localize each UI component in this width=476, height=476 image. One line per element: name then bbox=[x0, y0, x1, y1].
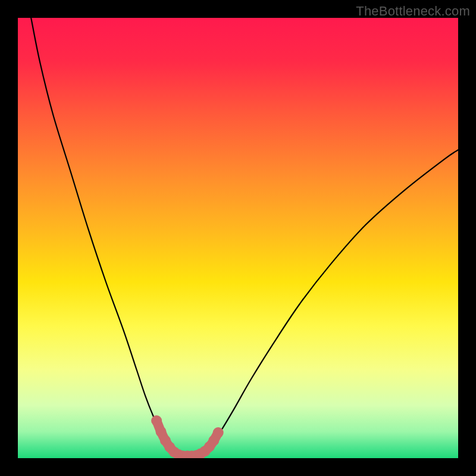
watermark-text: TheBottleneck.com bbox=[356, 4, 470, 19]
gradient-background bbox=[18, 18, 458, 458]
valley-marker-dot bbox=[151, 415, 162, 426]
chart-canvas bbox=[18, 18, 458, 458]
plot-area bbox=[18, 18, 458, 458]
valley-marker-dot bbox=[213, 427, 224, 438]
chart-frame: TheBottleneck.com bbox=[0, 0, 476, 476]
